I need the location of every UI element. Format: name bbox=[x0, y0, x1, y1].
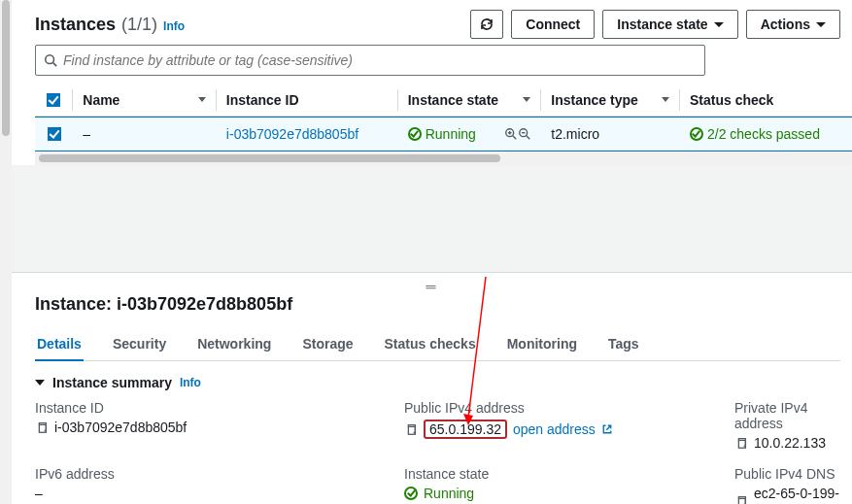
status-ok-icon bbox=[408, 127, 422, 141]
chevron-down-icon bbox=[714, 22, 724, 27]
column-instance-id[interactable]: Instance ID bbox=[217, 89, 398, 111]
search-icon bbox=[44, 53, 57, 67]
value-instance-id: i-03b7092e7d8b805bf bbox=[54, 420, 187, 435]
search-input[interactable] bbox=[57, 51, 697, 69]
refresh-icon bbox=[479, 17, 494, 32]
row-checkbox[interactable] bbox=[48, 127, 61, 141]
page-title: Instances bbox=[35, 15, 116, 35]
tab-security[interactable]: Security bbox=[111, 328, 168, 360]
tab-monitoring[interactable]: Monitoring bbox=[505, 328, 579, 360]
tab-status-checks[interactable]: Status checks bbox=[383, 328, 478, 360]
chevron-down-icon bbox=[816, 22, 826, 27]
column-name[interactable]: Name bbox=[73, 89, 217, 111]
disclosure-icon[interactable] bbox=[35, 380, 45, 386]
sort-icon bbox=[523, 97, 530, 102]
label-public-ipv4: Public IPv4 address bbox=[404, 400, 734, 416]
column-status-check[interactable]: Status check bbox=[680, 89, 852, 111]
cell-name: – bbox=[73, 126, 217, 142]
panel-drag-handle[interactable]: ═ bbox=[426, 279, 438, 294]
info-link[interactable]: Info bbox=[163, 19, 185, 33]
table-row[interactable]: – i-03b7092e7d8b805bf Running t2.micro 2… bbox=[35, 117, 852, 151]
instance-state-button[interactable]: Instance state bbox=[602, 10, 737, 39]
value-public-ipv4: 65.0.199.32 bbox=[424, 420, 507, 439]
external-link-icon bbox=[601, 423, 613, 435]
summary-heading: Instance summary bbox=[52, 375, 172, 390]
copy-icon[interactable] bbox=[35, 420, 49, 434]
table-h-scrollbar[interactable] bbox=[35, 151, 852, 165]
panel-gap bbox=[12, 165, 852, 272]
label-ipv6: IPv6 address bbox=[35, 466, 404, 482]
sort-icon bbox=[198, 97, 206, 102]
value-instance-state: Running bbox=[424, 486, 474, 501]
copy-icon[interactable] bbox=[734, 494, 748, 504]
refresh-button[interactable] bbox=[470, 10, 503, 39]
search-input-wrap[interactable] bbox=[35, 45, 705, 76]
status-ok-icon bbox=[404, 487, 418, 500]
status-ok-icon bbox=[690, 127, 703, 141]
info-link[interactable]: Info bbox=[180, 376, 201, 389]
value-private-ipv4: 10.0.22.133 bbox=[754, 435, 826, 451]
svg-point-0 bbox=[46, 55, 54, 64]
zoom-out-icon[interactable] bbox=[518, 127, 531, 141]
sort-icon bbox=[662, 97, 669, 102]
instance-id-link[interactable]: i-03b7092e7d8b805bf bbox=[226, 126, 358, 142]
zoom-in-icon[interactable] bbox=[504, 127, 518, 141]
status-check: 2/2 checks passed bbox=[707, 126, 820, 142]
connect-button[interactable]: Connect bbox=[511, 10, 595, 39]
value-ipv6: – bbox=[35, 486, 43, 501]
label-instance-id: Instance ID bbox=[35, 400, 404, 416]
label-private-ipv4: Private IPv4 address bbox=[734, 400, 840, 431]
instance-state: Running bbox=[426, 126, 476, 142]
tab-details[interactable]: Details bbox=[35, 328, 84, 361]
page-scrollbar[interactable] bbox=[0, 0, 12, 504]
column-instance-state[interactable]: Instance state bbox=[398, 89, 542, 111]
tab-tags[interactable]: Tags bbox=[606, 328, 641, 360]
label-public-dns: Public IPv4 DNS bbox=[734, 466, 840, 482]
actions-button[interactable]: Actions bbox=[746, 10, 840, 39]
copy-icon[interactable] bbox=[404, 422, 418, 436]
copy-icon[interactable] bbox=[734, 436, 748, 450]
value-public-dns: ec2-65-0-199-3 bbox=[754, 486, 840, 504]
cell-type: t2.micro bbox=[541, 126, 680, 142]
open-address-link[interactable]: open address bbox=[513, 421, 596, 437]
svg-rect-6 bbox=[738, 498, 745, 504]
panel-tabs: Details Security Networking Storage Stat… bbox=[35, 328, 840, 361]
tab-storage[interactable]: Storage bbox=[300, 328, 355, 360]
table-header: Name Instance ID Instance state Instance… bbox=[35, 84, 852, 117]
tab-networking[interactable]: Networking bbox=[195, 328, 273, 360]
select-all-checkbox[interactable] bbox=[47, 93, 60, 107]
label-instance-state: Instance state bbox=[404, 466, 734, 482]
instance-count: (1/1) bbox=[121, 15, 157, 35]
column-instance-type[interactable]: Instance type bbox=[541, 89, 680, 111]
